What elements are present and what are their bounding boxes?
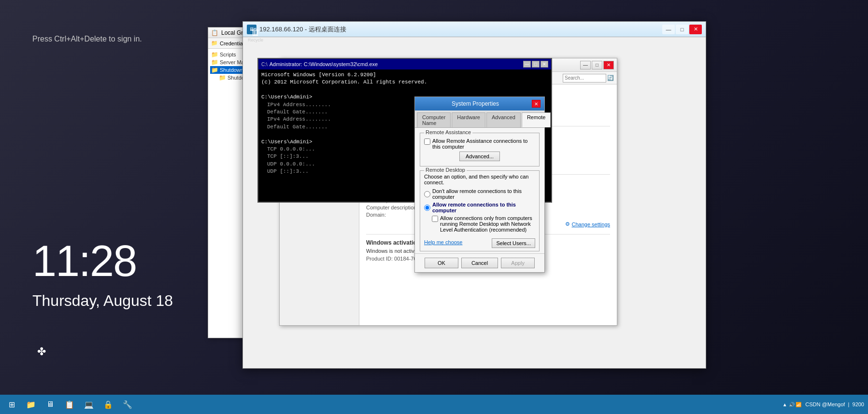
remote-assistance-checkbox-row: Allow Remote Assistance connections to t…: [424, 138, 535, 150]
date-display: Thursday, August 18: [32, 292, 173, 310]
nla-label: Allow connections only from computers ru…: [440, 215, 535, 233]
taskbar-btn-explorer[interactable]: 📁: [21, 395, 41, 414]
radio-no-remote[interactable]: Don't allow remote connections to this c…: [424, 188, 535, 200]
radio-no-remote-input[interactable]: [424, 191, 430, 197]
taskbar: ⊞ 📁 🖥 📋 💻 🔒 🔧 ▲ 🔊 📶 CSDN @Mengof | 9200: [0, 395, 868, 414]
taskbar-right: ▲ 🔊 📶 CSDN @Mengof | 9200: [783, 401, 868, 407]
system-minimize-button[interactable]: —: [580, 61, 591, 69]
ok-button[interactable]: OK: [425, 258, 458, 268]
select-users-button[interactable]: Select Users...: [492, 238, 535, 248]
gpe-title-icon: 📋: [211, 29, 218, 36]
tab-remote[interactable]: Remote: [522, 112, 551, 127]
taskbar-right-text: CSDN @Mengof | 9200: [805, 401, 864, 407]
cmd-maximize-button[interactable]: □: [532, 61, 540, 68]
advanced-button[interactable]: Advanced...: [459, 152, 500, 161]
rdp-close-button[interactable]: ✕: [689, 25, 702, 34]
remote-desktop-actions: Help me choose Select Users...: [424, 236, 535, 248]
cmd-close-button[interactable]: ✕: [541, 61, 548, 68]
tab-advanced[interactable]: Advanced: [486, 112, 521, 127]
system-maximize-button[interactable]: □: [592, 61, 602, 69]
radio-allow-remote-input[interactable]: [424, 205, 430, 211]
system-close-button[interactable]: ✕: [603, 61, 614, 69]
remote-assistance-checkbox-label: Allow Remote Assistance connections to t…: [432, 138, 535, 150]
change-settings-link[interactable]: Change settings: [572, 221, 611, 227]
cmd-line-2: (c) 2012 Microsoft Corporation. All righ…: [261, 79, 548, 86]
cmd-controls: — □ ✕: [523, 61, 548, 68]
sys-props-body: Remote Assistance Allow Remote Assistanc…: [415, 128, 544, 260]
sys-props-tabs: Computer Name Hardware Advanced Remote: [415, 110, 544, 128]
rdp-titlebar: 🖥 192.168.66.120 - 远程桌面连接 — □ ✕: [243, 22, 706, 37]
remote-desktop-desc: Choose an option, and then specify who c…: [424, 174, 535, 185]
rdp-minimize-button[interactable]: —: [662, 25, 675, 34]
remote-desktop-group: Remote Desktop Choose an option, and the…: [420, 170, 540, 251]
sys-props-title: System Properties: [419, 100, 532, 107]
start-button[interactable]: ⊞: [2, 395, 21, 414]
sys-props-close-button[interactable]: ✕: [532, 100, 541, 108]
help-me-choose-link[interactable]: Help me choose: [424, 239, 463, 245]
radio-allow-remote[interactable]: Allow remote connections to this compute…: [424, 202, 535, 213]
advanced-btn-container: Advanced...: [424, 152, 535, 161]
system-window-controls: — □ ✕: [580, 61, 614, 69]
rdp-window-controls: — □ ✕: [662, 25, 702, 34]
refresh-icon[interactable]: 🔄: [607, 75, 614, 81]
cmd-titlebar: C:\ Administrator: C:\Windows\system32\c…: [258, 59, 551, 69]
cmd-line-3: [261, 86, 548, 94]
sys-props-titlebar: System Properties ✕: [415, 97, 544, 110]
taskbar-btn-server-manager[interactable]: 🖥: [41, 395, 60, 414]
rdp-title: 192.168.66.120 - 远程桌面连接: [259, 25, 662, 34]
recycle-bin-icon[interactable]: 🗑 Recycle: [248, 27, 263, 42]
system-properties-dialog: System Properties ✕ Computer Name Hardwa…: [414, 97, 545, 273]
rdp-maximize-button[interactable]: □: [676, 25, 688, 34]
tab-computer-name[interactable]: Computer Name: [417, 112, 451, 127]
radio-no-remote-label: Don't allow remote connections to this c…: [432, 188, 535, 200]
system-search-area: 🔄: [563, 74, 614, 83]
taskbar-btn-rdp-config[interactable]: 💻: [79, 395, 99, 414]
cmd-line-1: Microsoft Windows [Version 6.2.9200]: [261, 71, 548, 79]
rdp-window: 🖥 192.168.66.120 - 远程桌面连接 — □ ✕ 🗑 Recycl…: [242, 21, 706, 369]
taskbar-notification-area: ▲ 🔊 📶: [783, 402, 801, 407]
nla-checkbox[interactable]: [432, 216, 438, 222]
cmd-minimize-button[interactable]: —: [523, 61, 531, 68]
cmd-title: Administrator: C:\Windows\system32\cmd.e…: [270, 61, 378, 67]
remote-desktop-label: Remote Desktop: [424, 167, 467, 173]
system-search-input[interactable]: [563, 74, 606, 83]
tab-hardware[interactable]: Hardware: [452, 112, 485, 127]
taskbar-btn-extra1[interactable]: 🔧: [118, 395, 137, 414]
ease-of-access-icon[interactable]: ✤: [37, 345, 46, 358]
radio-allow-remote-label: Allow remote connections to this compute…: [432, 202, 535, 213]
remote-assistance-checkbox[interactable]: [424, 138, 430, 145]
sys-props-footer: OK Cancel Apply: [415, 253, 544, 272]
taskbar-icons: ⊞ 📁 🖥 📋 💻 🔒 🔧: [0, 395, 139, 414]
change-settings-icon: ⚙: [565, 221, 570, 227]
folder-icon: 📁: [211, 40, 218, 46]
clock-display: 11:28: [32, 236, 136, 286]
taskbar-btn-rdp[interactable]: 🔒: [99, 395, 118, 414]
cancel-button[interactable]: Cancel: [461, 258, 498, 268]
taskbar-btn-cmd[interactable]: 📋: [60, 395, 79, 414]
remote-assistance-group: Remote Assistance Allow Remote Assistanc…: [420, 133, 540, 166]
lock-hint: Press Ctrl+Alt+Delete to sign in.: [32, 35, 142, 43]
apply-button[interactable]: Apply: [501, 258, 535, 268]
remote-assistance-label: Remote Assistance: [424, 129, 472, 135]
nla-checkbox-row: Allow connections only from computers ru…: [432, 215, 535, 233]
